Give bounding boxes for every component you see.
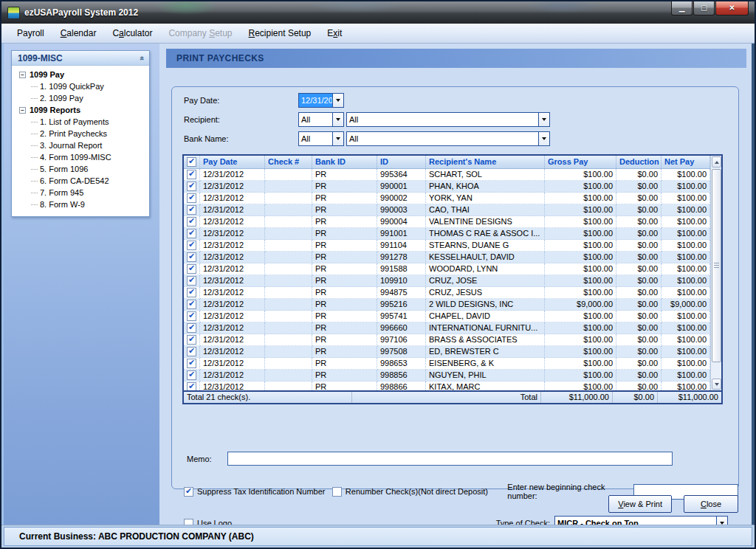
tree-section-1099-reports[interactable]: −1099 Reports <box>16 104 148 116</box>
menu-item-calculator[interactable]: Calculator <box>104 26 160 41</box>
tree-item-6-form-ca-de542[interactable]: 6. Form CA-DE542 <box>30 175 148 187</box>
cell-recipient-s-name: INTERNATIONAL FURNITU... <box>426 322 545 334</box>
pay-date-combo[interactable]: 12/31/2012 <box>298 93 344 108</box>
bank-combo[interactable]: All <box>346 131 550 146</box>
row-checkbox[interactable] <box>184 169 200 181</box>
column-header-id[interactable]: ID <box>377 156 426 168</box>
column-header-net-pay[interactable]: Net Pay <box>662 156 710 168</box>
table-row[interactable]: 12/31/2012PR990003CAO, THAI$100.00$0.00$… <box>184 204 710 216</box>
chevron-down-icon[interactable] <box>538 132 549 145</box>
table-row[interactable]: 12/31/2012PR998856NGUYEN, PHIL$100.00$0.… <box>184 370 710 381</box>
table-row[interactable]: 12/31/2012PR991001THOMAS C RAE & ASSOC I… <box>184 228 710 240</box>
minimize-button[interactable]: ▁ <box>671 1 693 15</box>
tree-item-1-1099-quickpay[interactable]: 1. 1099 QuickPay <box>30 80 148 92</box>
use-logo-option[interactable]: Use Logo <box>184 519 232 525</box>
tree-item-7-form-945[interactable]: 7. Form 945 <box>30 187 148 198</box>
row-checkbox[interactable] <box>184 287 200 299</box>
table-row[interactable]: 12/31/2012PR990002YORK, YAN$100.00$0.00$… <box>184 193 710 204</box>
row-checkbox[interactable] <box>184 334 200 346</box>
suppress-tin-checkbox[interactable] <box>184 487 193 497</box>
column-header-pay-date[interactable]: Pay Date <box>200 156 265 168</box>
column-header-bank-id[interactable]: Bank ID <box>312 156 377 168</box>
close-button[interactable]: Close <box>684 495 738 513</box>
row-checkbox[interactable] <box>184 322 200 334</box>
tree-item-2-print-paychecks[interactable]: 2. Print Paychecks <box>30 128 148 139</box>
row-checkbox[interactable] <box>184 263 200 275</box>
table-row[interactable]: 12/31/2012PR995364SCHART, SOL$100.00$0.0… <box>184 169 710 181</box>
table-row[interactable]: 12/31/2012PR109910CRUZ, JOSE$100.00$0.00… <box>184 275 710 287</box>
menu-item-payroll[interactable]: Payroll <box>9 26 52 41</box>
bank-filter-combo[interactable]: All <box>298 131 344 146</box>
select-all-checkbox[interactable] <box>184 156 200 168</box>
table-row[interactable]: 12/31/2012PR996660INTERNATIONAL FURNITU.… <box>184 322 710 334</box>
menu-item-calendar[interactable]: Calendar <box>52 26 105 41</box>
table-row[interactable]: 12/31/2012PR991104STEARNS, DUANE G$100.0… <box>184 240 710 252</box>
view-print-button[interactable]: View & Print <box>608 495 672 513</box>
type-of-check-combo[interactable]: MICR - Check on Top <box>554 516 728 525</box>
table-row[interactable]: 12/31/2012PR997106BRASS & ASSOCIATES$100… <box>184 334 710 346</box>
cell-bank-id: PR <box>312 299 377 311</box>
close-window-button[interactable]: ✕ <box>715 1 749 15</box>
table-row[interactable]: 12/31/2012PR995741CHAPEL, DAVID$100.00$0… <box>184 311 710 322</box>
renumber-checkbox[interactable] <box>332 487 342 497</box>
title-bar[interactable]: ezUSAPayroll System 2012 ▁ ▢ ✕ <box>1 1 755 24</box>
menu-item-recipient-setup[interactable]: Recipient Setup <box>241 26 320 41</box>
memo-input[interactable] <box>227 452 673 466</box>
table-row[interactable]: 12/31/2012PR990004VALENTINE DESIGNS$100.… <box>184 216 710 228</box>
table-row[interactable]: 12/31/2012PR998866KITAX, MARC$100.00$0.0… <box>184 381 710 390</box>
chevron-down-icon[interactable] <box>332 132 343 145</box>
column-header-gross-pay[interactable]: Gross Pay <box>545 156 616 168</box>
tree-item-3-journal-report[interactable]: 3. Journal Report <box>30 139 148 151</box>
row-checkbox[interactable] <box>184 311 200 322</box>
scrollbar-thumb[interactable] <box>712 169 721 362</box>
table-row[interactable]: 12/31/2012PR994875CRUZ, JESUS$100.00$0.0… <box>184 287 710 299</box>
row-checkbox[interactable] <box>184 204 200 216</box>
tree-item-1-list-of-payments[interactable]: 1. List of Payments <box>30 116 148 128</box>
collapse-expander-icon[interactable]: − <box>19 72 26 78</box>
column-header-deduction[interactable]: Deduction <box>616 156 662 168</box>
table-row[interactable]: 12/31/2012PR990001PHAN, KHOA$100.00$0.00… <box>184 181 710 193</box>
maximize-button[interactable]: ▢ <box>693 1 715 15</box>
recipient-combo[interactable]: All <box>346 112 550 127</box>
recipient-filter-combo[interactable]: All <box>298 112 344 127</box>
menu-item-exit[interactable]: Exit <box>319 26 350 41</box>
row-checkbox[interactable] <box>184 216 200 228</box>
use-logo-checkbox[interactable] <box>184 519 193 525</box>
tree-item-8-form-w-9[interactable]: 8. Form W-9 <box>30 198 148 210</box>
chevron-down-icon[interactable] <box>332 94 343 107</box>
row-checkbox[interactable] <box>184 358 200 370</box>
cell-pay-date: 12/31/2012 <box>200 334 265 346</box>
row-checkbox[interactable] <box>184 381 200 390</box>
row-checkbox[interactable] <box>184 240 200 252</box>
row-checkbox[interactable] <box>184 228 200 240</box>
row-checkbox[interactable] <box>184 299 200 311</box>
renumber-option[interactable]: Renumber Check(s)(Not direct Deposit) <box>332 487 495 497</box>
row-checkbox[interactable] <box>184 346 200 358</box>
row-checkbox[interactable] <box>184 193 200 204</box>
collapse-chevrons-icon[interactable]: « <box>138 55 147 60</box>
chevron-down-icon[interactable] <box>716 517 727 525</box>
collapse-expander-icon[interactable]: − <box>19 107 26 114</box>
table-row[interactable]: 12/31/2012PR9952162 WILD DESIGNS, INC$9,… <box>184 299 710 311</box>
row-checkbox[interactable] <box>184 252 200 263</box>
column-header-check-[interactable]: Check # <box>265 156 312 168</box>
table-row[interactable]: 12/31/2012PR991588WOODARD, LYNN$100.00$0… <box>184 263 710 275</box>
table-row[interactable]: 12/31/2012PR991278KESSELHAULT, DAVID$100… <box>184 252 710 263</box>
row-checkbox[interactable] <box>184 370 200 381</box>
tree-section-1099-pay[interactable]: −1099 Pay <box>16 69 148 80</box>
scroll-up-icon[interactable] <box>712 156 721 168</box>
tree-item-2-1099-pay[interactable]: 2. 1099 Pay <box>30 92 148 104</box>
table-row[interactable]: 12/31/2012PR998653EISENBERG, & K$100.00$… <box>184 358 710 370</box>
vertical-scrollbar[interactable] <box>710 156 721 390</box>
row-checkbox[interactable] <box>184 181 200 193</box>
scroll-down-icon[interactable] <box>712 379 721 390</box>
row-checkbox[interactable] <box>184 275 200 287</box>
chevron-down-icon[interactable] <box>332 113 343 126</box>
table-row[interactable]: 12/31/2012PR997508ED, BREWSTER C$100.00$… <box>184 346 710 358</box>
tree-item-5-form-1096[interactable]: 5. Form 1096 <box>30 163 148 175</box>
chevron-down-icon[interactable] <box>538 113 549 126</box>
cell-recipient-s-name: PHAN, KHOA <box>426 181 545 193</box>
column-header-recipient-s-name[interactable]: Recipient's Name <box>426 156 545 168</box>
tree-item-4-form-1099-misc[interactable]: 4. Form 1099-MISC <box>30 151 148 163</box>
suppress-tin-option[interactable]: Suppress Tax Identification Number <box>184 487 332 497</box>
